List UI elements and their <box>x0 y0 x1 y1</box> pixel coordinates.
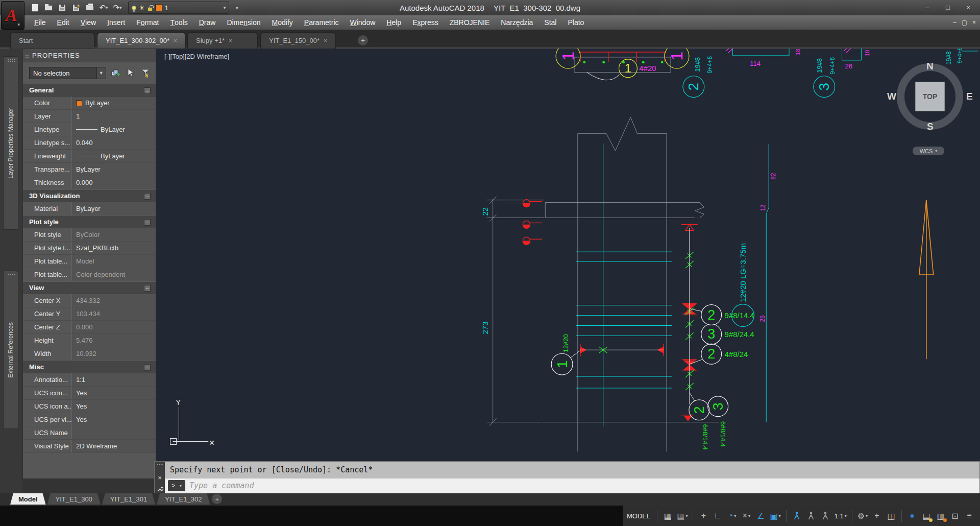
new-layout-button[interactable]: + <box>212 494 222 504</box>
property-value[interactable]: 0.000 <box>72 176 156 189</box>
layout-tab-model[interactable]: Model <box>10 493 46 505</box>
section-header-plot-style[interactable]: Plot style– <box>23 216 156 228</box>
select-objects-icon[interactable] <box>124 67 136 79</box>
customize-icon[interactable]: ≡ <box>963 509 976 523</box>
menu-item-stal[interactable]: Stal <box>538 15 562 30</box>
menu-item-modify[interactable]: Modify <box>266 15 299 30</box>
side-palette-tab-layer-properties-manager[interactable]: Layer Properties Manager <box>3 56 18 230</box>
minimize-button[interactable]: – <box>919 2 936 13</box>
property-value[interactable]: ByLayer <box>72 163 156 176</box>
doc-restore-button[interactable]: ▢ <box>962 19 967 26</box>
model-space-toggle[interactable]: MODEL <box>627 512 650 520</box>
menu-item-narz-dzia[interactable]: Narzędzia <box>495 15 538 30</box>
close-icon[interactable]: × <box>229 37 232 44</box>
menu-item-tools[interactable]: Tools <box>164 15 193 30</box>
property-value[interactable]: 434.332 <box>72 294 156 307</box>
new-drawing-tab-button[interactable]: + <box>357 35 369 46</box>
object-type-dropdown[interactable]: No selection ▼ <box>29 67 106 79</box>
open-icon[interactable] <box>42 2 55 14</box>
menu-item-window[interactable]: Window <box>345 15 381 30</box>
ui-crosshair-icon[interactable]: + <box>870 509 884 523</box>
autoscale-icon[interactable] <box>804 509 818 523</box>
property-value[interactable]: 103.434 <box>72 307 156 320</box>
close-icon[interactable]: × <box>158 474 162 482</box>
layout-tab-yit-e1-301[interactable]: YIT_E1_301 <box>102 493 155 505</box>
viewcube-north[interactable]: N <box>926 61 934 72</box>
isolate-objects-icon[interactable]: ▤ <box>920 509 933 523</box>
polar-tracking-icon[interactable]: ◔▾ <box>725 509 739 523</box>
isometric-drafting-icon[interactable]: ×▾ <box>740 509 753 523</box>
property-value[interactable]: Yes <box>72 413 156 426</box>
property-value[interactable]: ByLayer <box>72 97 156 109</box>
doc-close-button[interactable]: × <box>972 19 976 26</box>
save-icon[interactable] <box>56 2 68 14</box>
chevron-down-icon[interactable]: ▾ <box>845 514 847 518</box>
customization-wrench-icon[interactable] <box>156 486 163 493</box>
file-tab-yit-e1-150-00[interactable]: YIT_E1_150_00*× <box>260 32 336 49</box>
property-value[interactable]: 1 <box>72 110 156 123</box>
layout-tab-yit-e1-300[interactable]: YIT_E1_300 <box>47 493 101 505</box>
menu-item-draw[interactable]: Draw <box>193 15 222 30</box>
property-value[interactable]: Szal_PKBI.ctb <box>72 242 156 254</box>
object-snap-icon[interactable]: ▣▾ <box>768 509 782 523</box>
layout-tab-yit-e1-302[interactable]: YIT_E1_302 <box>157 493 210 505</box>
menu-item-help[interactable]: Help <box>381 15 407 30</box>
properties-palette-title[interactable]: PROPERTIES <box>23 49 156 62</box>
menu-item-edit[interactable]: Edit <box>52 15 75 30</box>
toolbar-overflow-icon[interactable]: ▾ <box>231 2 243 14</box>
side-palette-tab-external-references[interactable]: External References <box>3 271 18 429</box>
collapse-icon[interactable]: – <box>144 193 151 200</box>
clipboard-icon[interactable]: ▥ <box>934 509 947 523</box>
command-line-grip[interactable]: × <box>155 462 165 493</box>
collapse-icon[interactable]: – <box>144 87 151 94</box>
chevron-down-icon[interactable]: ▾ <box>734 514 736 518</box>
plot-icon[interactable] <box>84 2 96 14</box>
grip-handle[interactable] <box>25 54 29 58</box>
redo-icon[interactable]: ↷▾ <box>111 2 124 14</box>
menu-item-express[interactable]: Express <box>407 15 444 30</box>
section-header-general[interactable]: General– <box>23 84 156 97</box>
property-value[interactable]: ByLayer <box>72 123 156 136</box>
quick-select-icon[interactable] <box>139 67 152 79</box>
chevron-down-icon[interactable]: ▾ <box>779 514 781 518</box>
collapse-icon[interactable]: – <box>144 285 151 292</box>
graphics-performance-icon[interactable]: ● <box>905 509 919 523</box>
property-value[interactable]: 1:1 <box>72 373 156 386</box>
new-file-icon[interactable] <box>29 2 41 14</box>
command-input[interactable]: >_ ▾ Type a command <box>165 479 979 493</box>
viewcube-west[interactable]: W <box>887 91 896 102</box>
property-value[interactable]: 0.040 <box>72 136 156 149</box>
property-value[interactable]: 0.000 <box>72 321 156 333</box>
property-value[interactable]: ByLayer <box>72 202 156 215</box>
viewcube[interactable]: N W E S TOP <box>895 62 965 131</box>
property-value[interactable]: 2D Wireframe <box>72 440 156 452</box>
section-header-view[interactable]: View– <box>23 281 156 294</box>
menu-item-file[interactable]: File <box>29 15 52 30</box>
dynamic-input-icon[interactable]: + <box>697 509 710 523</box>
section-header-3d-visualization[interactable]: 3D Visualization– <box>23 189 156 202</box>
viewcube-top-face[interactable]: TOP <box>915 82 945 111</box>
menu-item-dimension[interactable]: Dimension <box>221 15 266 30</box>
chevron-down-icon[interactable]: ▾ <box>224 5 226 10</box>
viewcube-east[interactable]: E <box>966 91 973 102</box>
toggle-pickadd-icon[interactable] <box>109 67 121 79</box>
undo-icon[interactable]: ↶▾ <box>97 2 110 14</box>
menu-item-plato[interactable]: Plato <box>562 15 590 30</box>
ortho-mode-icon[interactable]: ∟ <box>711 509 724 523</box>
collapse-icon[interactable]: – <box>144 219 151 226</box>
property-value[interactable]: 5.476 <box>72 334 156 347</box>
property-value[interactable]: Model <box>72 255 156 268</box>
close-button[interactable]: × <box>960 2 977 13</box>
file-tab-s-upy-1[interactable]: Słupy +1*× <box>187 32 258 49</box>
annotation-scale-value[interactable]: 1:1▾ <box>833 509 848 523</box>
section-header-misc[interactable]: Misc– <box>23 361 156 373</box>
chevron-down-icon[interactable]: ▼ <box>96 67 106 79</box>
property-value[interactable]: ByLayer <box>72 150 156 162</box>
grip-handle[interactable] <box>157 464 163 466</box>
grid-display-icon[interactable]: ▦▾ <box>675 509 689 523</box>
quick-properties-icon[interactable]: ◫ <box>885 509 898 523</box>
chevron-down-icon[interactable]: ▾ <box>685 514 688 518</box>
file-tab-yit-e1-300-302-00[interactable]: YIT_E1_300-302_00*× <box>97 32 186 49</box>
application-menu-button[interactable]: A ▾ <box>1 1 24 30</box>
annotation-visibility-icon[interactable] <box>790 509 803 523</box>
